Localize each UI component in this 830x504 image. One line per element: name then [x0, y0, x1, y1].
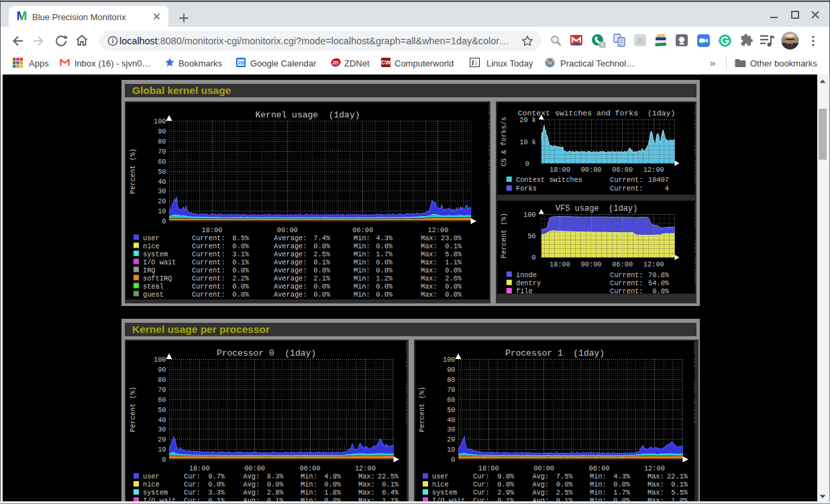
svg-text:22.5%: 22.5%: [378, 472, 399, 481]
svg-text:0.0%: 0.0%: [613, 497, 631, 501]
svg-text:0: 0: [451, 456, 455, 464]
svg-text:4.3%: 4.3%: [613, 472, 631, 481]
svg-text:50: 50: [447, 405, 455, 413]
svg-text:00:00: 00:00: [533, 464, 554, 472]
svg-text:20: 20: [158, 436, 166, 444]
svg-text:Avg:: Avg:: [244, 481, 260, 489]
svg-text:3.1%: 3.1%: [232, 250, 250, 258]
svg-text:50: 50: [158, 405, 166, 413]
svg-text:30: 30: [158, 187, 166, 195]
svg-text:nice: nice: [432, 481, 449, 489]
svg-text:Max:: Max:: [358, 497, 375, 501]
svg-text:06:00: 06:00: [612, 260, 633, 268]
svg-text:inode: inode: [516, 270, 537, 279]
svg-text:Average:: Average:: [274, 274, 307, 283]
svg-text:2.8%: 2.8%: [267, 489, 284, 497]
svg-text:RRDTOOL / TOBI OETIKER: RRDTOOL / TOBI OETIKER: [692, 342, 696, 423]
svg-text:4: 4: [664, 185, 668, 193]
svg-text:Average:: Average:: [274, 291, 307, 299]
svg-text:0.0%: 0.0%: [652, 287, 670, 295]
svg-text:Cur:: Cur:: [184, 472, 201, 481]
svg-text:100: 100: [154, 117, 166, 125]
svg-text:steal: steal: [143, 283, 164, 291]
svg-text:90: 90: [158, 128, 166, 136]
svg-text:0.0%: 0.0%: [232, 242, 250, 250]
svg-text:Cur:: Cur:: [184, 497, 201, 501]
svg-text:50: 50: [158, 168, 166, 176]
svg-text:CS & forks/s: CS & forks/s: [500, 117, 508, 166]
svg-text:0: 0: [531, 254, 535, 262]
svg-text:Current:: Current:: [610, 279, 643, 287]
svg-text:0.0%: 0.0%: [324, 497, 342, 501]
svg-text:Min:: Min:: [354, 274, 370, 283]
svg-text:10: 10: [158, 207, 166, 215]
svg-text:60: 60: [158, 158, 166, 166]
svg-text:Cur:: Cur:: [184, 481, 201, 489]
svg-text:0: 0: [162, 217, 166, 225]
svg-text:2.9%: 2.9%: [497, 489, 515, 497]
svg-text:user: user: [143, 234, 160, 242]
svg-text:10 k: 10 k: [519, 138, 536, 146]
svg-text:ZD: ZD: [331, 60, 338, 65]
svg-text:18:00: 18:00: [202, 226, 223, 234]
svg-text:9.7%: 9.7%: [208, 472, 225, 481]
svg-text:1.1%: 1.1%: [445, 258, 462, 266]
svg-text:Max:: Max:: [647, 472, 664, 481]
svg-text:0.1%: 0.1%: [445, 242, 462, 250]
svg-text:06:00: 06:00: [300, 464, 321, 472]
svg-text:0: 0: [525, 160, 529, 168]
svg-text:18:00: 18:00: [478, 464, 499, 472]
svg-text:nice: nice: [143, 481, 160, 489]
svg-text:18:00: 18:00: [189, 464, 210, 472]
svg-text:06:00: 06:00: [612, 166, 633, 174]
svg-text:1.8%: 1.8%: [324, 489, 342, 497]
svg-text:I/O wait: I/O wait: [143, 258, 176, 266]
svg-text:100: 100: [154, 356, 166, 364]
svg-text:guest: guest: [143, 291, 164, 299]
svg-text:28: 28: [238, 60, 244, 66]
svg-text:Context switches and forks (1: Context switches and forks (1day): [517, 109, 675, 117]
svg-text:18:00: 18:00: [550, 166, 570, 174]
svg-text:0.0%: 0.0%: [613, 481, 631, 489]
svg-text:2.2%: 2.2%: [232, 274, 250, 283]
svg-text:18:00: 18:00: [550, 260, 570, 268]
svg-text:22.1%: 22.1%: [667, 472, 688, 481]
svg-text:0.0%: 0.0%: [232, 283, 250, 291]
svg-text:Max:: Max:: [421, 250, 437, 258]
svg-text:0.0%: 0.0%: [376, 291, 393, 299]
svg-text:12:00: 12:00: [643, 166, 664, 174]
svg-text:06:00: 06:00: [352, 226, 373, 234]
svg-text:Min:: Min:: [354, 266, 370, 274]
svg-text:system: system: [143, 250, 168, 258]
svg-text:Current:: Current:: [192, 283, 225, 291]
svg-text:0.1%: 0.1%: [232, 258, 250, 266]
svg-text:30: 30: [158, 425, 166, 434]
svg-text:90: 90: [447, 366, 455, 374]
svg-text:Max:: Max:: [421, 234, 437, 242]
svg-text:system: system: [143, 489, 168, 497]
svg-text:dentry: dentry: [516, 279, 541, 287]
svg-text:Percent (%): Percent (%): [500, 213, 508, 258]
svg-text:20 k: 20 k: [519, 116, 536, 124]
svg-text:Max:: Max:: [358, 489, 375, 497]
svg-text:0.1%: 0.1%: [556, 497, 574, 501]
svg-text:Cur:: Cur:: [473, 497, 490, 501]
svg-text:Avg:: Avg:: [533, 489, 550, 497]
svg-text:40: 40: [158, 415, 166, 423]
svg-text:0.0%: 0.0%: [497, 481, 515, 489]
svg-text:0.1%: 0.1%: [313, 258, 331, 266]
svg-text:Current:: Current:: [192, 291, 225, 299]
svg-text:Max:: Max:: [421, 242, 437, 250]
svg-text:Min:: Min:: [590, 472, 607, 481]
svg-text:70: 70: [158, 148, 166, 156]
svg-text:RRDTOOL / TOBI OETIKER: RRDTOOL / TOBI OETIKER: [487, 104, 491, 185]
svg-text:8.5%: 8.5%: [232, 234, 250, 242]
svg-text:8.3%: 8.3%: [267, 472, 284, 481]
svg-text:Max:: Max:: [421, 258, 437, 266]
svg-text:5.8%: 5.8%: [445, 250, 462, 258]
svg-text:I/O wait: I/O wait: [432, 497, 465, 501]
svg-text:30: 30: [447, 425, 455, 434]
svg-text:12:00: 12:00: [643, 260, 664, 268]
svg-text:0.0%: 0.0%: [376, 242, 393, 250]
svg-text:12:00: 12:00: [644, 464, 665, 472]
